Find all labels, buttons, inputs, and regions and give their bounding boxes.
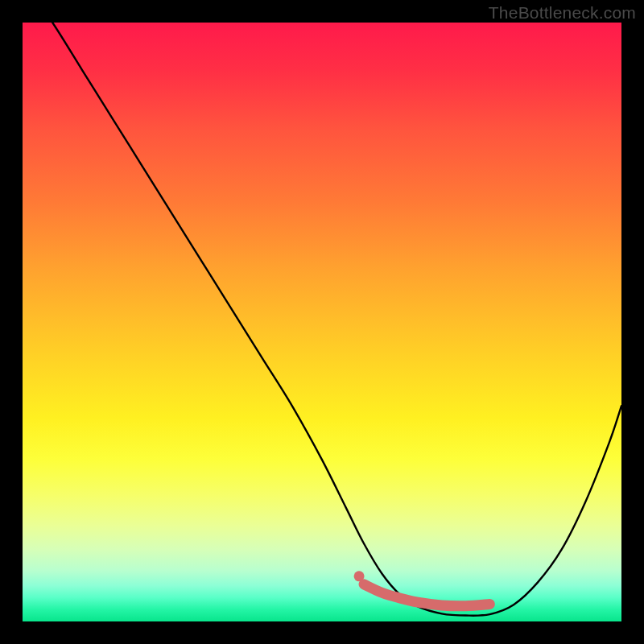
bottleneck-curve [23, 23, 621, 616]
chart-frame: TheBottleneck.com [0, 0, 644, 644]
plot-area [23, 23, 621, 621]
optimal-range-start-dot [354, 571, 365, 581]
curve-layer [23, 23, 621, 621]
watermark-text: TheBottleneck.com [489, 3, 636, 23]
optimal-range-marker [364, 584, 489, 606]
